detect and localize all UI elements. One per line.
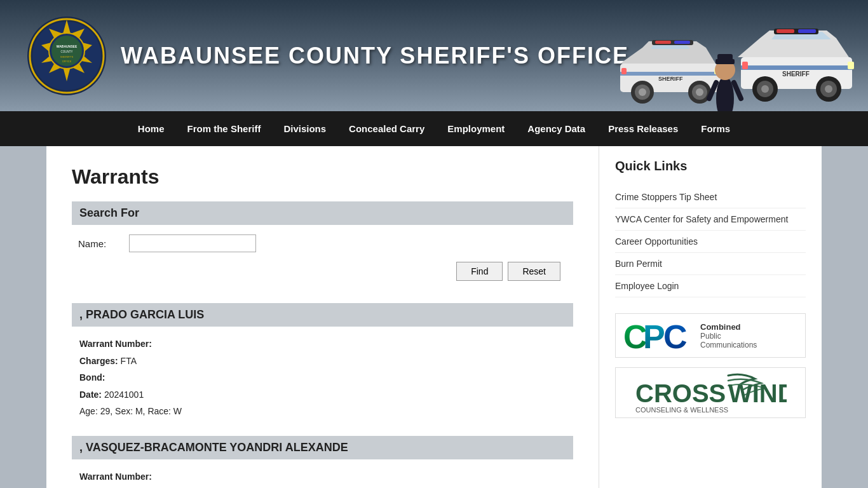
svg-rect-27 xyxy=(798,29,816,33)
svg-text:WINDS: WINDS xyxy=(728,379,787,407)
svg-text:SHERIFF'S: SHERIFF'S xyxy=(60,55,74,58)
svg-rect-35 xyxy=(848,62,854,69)
svg-rect-13 xyxy=(674,41,690,44)
nav-item: From the Sheriff xyxy=(176,112,273,146)
quick-link-burn-permit[interactable]: Burn Permit xyxy=(615,259,662,269)
main-content: Warrants Search For Name: Find Reset , P… xyxy=(46,146,599,488)
svg-rect-12 xyxy=(655,41,671,44)
bond-row: Bond: xyxy=(79,369,566,386)
svg-rect-36 xyxy=(742,62,748,69)
quick-link-career-opportunities[interactable]: Career Opportunities xyxy=(615,236,698,247)
svg-rect-26 xyxy=(776,29,794,33)
svg-point-19 xyxy=(696,88,703,96)
quick-link-employee-login[interactable]: Employee Login xyxy=(615,281,679,291)
page-title: Warrants xyxy=(72,165,573,189)
name-field-row: Name: xyxy=(78,234,567,252)
nav-link-home[interactable]: Home xyxy=(126,112,176,146)
nav-link-forms[interactable]: Forms xyxy=(689,112,742,146)
main-wrapper: Warrants Search For Name: Find Reset , P… xyxy=(46,146,822,488)
quick-link-item: YWCA Center for Safety and Empowerment xyxy=(615,208,806,231)
nav-item: Concealed Carry xyxy=(337,112,436,146)
quick-link-item: Burn Permit xyxy=(615,253,806,275)
nav-item: Home xyxy=(126,112,176,146)
svg-rect-41 xyxy=(717,54,733,62)
quick-links: Quick Links Crime Stoppers Tip SheetYWCA… xyxy=(615,159,806,297)
nav-item: Agency Data xyxy=(516,112,597,146)
svg-point-33 xyxy=(825,85,832,93)
main-navigation: HomeFrom the SheriffDivisionsConcealed C… xyxy=(0,111,868,146)
nav-link-divisions[interactable]: Divisions xyxy=(272,112,337,146)
svg-rect-34 xyxy=(741,65,852,70)
svg-text:SHERIFF: SHERIFF xyxy=(782,71,810,78)
name-label: Name: xyxy=(78,238,129,249)
nav-item: Press Releases xyxy=(597,112,689,146)
result-body: Warrant Number: xyxy=(72,464,573,488)
svg-point-30 xyxy=(761,85,769,93)
warrant-number-row: Warrant Number: xyxy=(79,468,566,485)
svg-text:SHERIFF: SHERIFF xyxy=(658,76,683,82)
results-container: , PRADO GARCIA LUISWarrant Number: Charg… xyxy=(72,303,573,488)
svg-point-16 xyxy=(639,88,646,96)
nav-link-concealed-carry[interactable]: Concealed Carry xyxy=(337,112,436,146)
form-buttons: Find Reset xyxy=(78,262,567,281)
nav-link-from-the-sheriff[interactable]: From the Sheriff xyxy=(176,112,273,146)
quick-link-crime-stoppers-tip-sheet[interactable]: Crime Stoppers Tip Sheet xyxy=(615,192,717,202)
cpc-logo[interactable]: C P C Combined Public Communications xyxy=(615,313,806,358)
header-cars-image: SHERIFF SHERIFF xyxy=(601,10,868,111)
quick-link-item: Employee Login xyxy=(615,275,806,297)
find-button[interactable]: Find xyxy=(456,262,503,281)
svg-text:P: P xyxy=(643,318,665,355)
nav-link-agency-data[interactable]: Agency Data xyxy=(516,112,597,146)
nav-item: Divisions xyxy=(272,112,337,146)
result-body: Warrant Number: Charges: FTABond: Date: … xyxy=(72,332,573,430)
svg-line-43 xyxy=(734,83,741,98)
svg-text:WABAUNSEE: WABAUNSEE xyxy=(57,44,78,48)
sponsor-logos: C P C Combined Public Communications xyxy=(615,313,806,418)
svg-text:CROSS: CROSS xyxy=(635,379,726,407)
warrant-number-row: Warrant Number: xyxy=(79,336,566,353)
reset-button[interactable]: Reset xyxy=(508,262,560,281)
svg-text:COUNSELING & WELLNESS: COUNSELING & WELLNESS xyxy=(635,406,728,414)
result-name-header: , VASQUEZ-BRACAMONTE YOANDRI ALEXANDE xyxy=(72,436,573,459)
site-header: WABAUNSEE COUNTY SHERIFF'S OFFICE WABAUN… xyxy=(0,0,868,111)
svg-rect-22 xyxy=(621,68,627,74)
crosswinds-logo[interactable]: CROSS WINDS COUNSELING & WELLNESS xyxy=(615,367,806,418)
quick-link-ywca-center-for-safety-and-empowerment[interactable]: YWCA Center for Safety and Empowerment xyxy=(615,214,788,224)
name-input[interactable] xyxy=(129,234,256,252)
nav-link-press-releases[interactable]: Press Releases xyxy=(597,112,689,146)
nav-link-employment[interactable]: Employment xyxy=(436,112,516,146)
charges-row: Charges: FTA xyxy=(79,353,566,370)
quick-link-item: Crime Stoppers Tip Sheet xyxy=(615,186,806,208)
svg-text:C: C xyxy=(663,318,688,355)
sidebar: Quick Links Crime Stoppers Tip SheetYWCA… xyxy=(599,146,822,488)
svg-text:COUNTY: COUNTY xyxy=(61,50,73,53)
site-logo: WABAUNSEE COUNTY SHERIFF'S OFFICE xyxy=(25,15,108,97)
search-form: Name: Find Reset xyxy=(72,234,573,290)
result-name-header: , PRADO GARCIA LUIS xyxy=(72,303,573,327)
search-section: Search For Name: Find Reset xyxy=(72,201,573,290)
extra-info: Age: 29, Sex: M, Race: W xyxy=(79,403,566,420)
date-row: Date: 20241001 xyxy=(79,386,566,403)
search-header: Search For xyxy=(72,201,573,225)
quick-link-item: Career Opportunities xyxy=(615,231,806,253)
nav-item: Forms xyxy=(689,112,742,146)
quick-links-title: Quick Links xyxy=(615,159,806,177)
nav-item: Employment xyxy=(436,112,516,146)
svg-text:OFFICE: OFFICE xyxy=(62,60,72,63)
